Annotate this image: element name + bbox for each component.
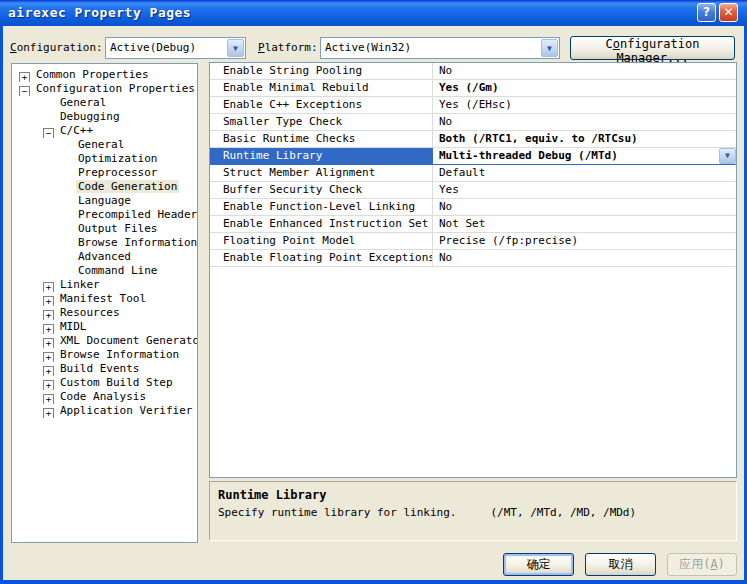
platform-value: Active(Win32): [325, 38, 411, 58]
configuration-select[interactable]: Active(Debug) ▼: [105, 37, 246, 59]
property-value[interactable]: Both (/RTC1, equiv. to /RTCsu): [433, 131, 736, 147]
property-row-enable-c-exceptions[interactable]: Enable C++ ExceptionsYes (/EHsc): [210, 97, 736, 114]
property-value[interactable]: Not Set: [433, 216, 736, 232]
close-button[interactable]: ✕: [719, 3, 738, 22]
configuration-manager-button[interactable]: Configuration Manager...: [570, 36, 735, 60]
tree-item-label: Language: [76, 194, 133, 207]
tree-item-c-c[interactable]: −C/C++: [12, 124, 197, 138]
expand-icon[interactable]: +: [43, 310, 54, 320]
tree-item-configuration-properties[interactable]: −Configuration Properties: [12, 82, 197, 96]
tree-item-code-generation[interactable]: Code Generation: [12, 180, 197, 194]
description-flags: (/MT, /MTd, /MD, /MDd): [490, 506, 636, 519]
property-value[interactable]: No: [433, 199, 736, 215]
tree-item-code-analysis[interactable]: +Code Analysis: [12, 390, 197, 404]
tree-item-xml-document-generator[interactable]: +XML Document Generator: [12, 334, 197, 348]
platform-select[interactable]: Active(Win32) ▼: [320, 37, 560, 59]
question-icon: ?: [703, 5, 710, 19]
tree-item-preprocessor[interactable]: Preprocessor: [12, 166, 197, 180]
property-name[interactable]: Smaller Type Check: [210, 114, 433, 130]
tree-panel[interactable]: +Common Properties−Configuration Propert…: [11, 63, 198, 543]
expand-icon[interactable]: +: [43, 408, 54, 418]
tree-item-language[interactable]: Language: [12, 194, 197, 208]
property-name[interactable]: Enable Minimal Rebuild: [210, 80, 433, 96]
expand-icon[interactable]: +: [43, 282, 54, 292]
property-row-smaller-type-check[interactable]: Smaller Type CheckNo: [210, 114, 736, 131]
property-name[interactable]: Enable String Pooling: [210, 63, 433, 79]
tree-item-manifest-tool[interactable]: +Manifest Tool: [12, 292, 197, 306]
tree-item-label: MIDL: [58, 320, 89, 333]
tree-item-general[interactable]: General: [12, 96, 197, 110]
tree-item-command-line[interactable]: Command Line: [12, 264, 197, 278]
property-name[interactable]: Floating Point Model: [210, 233, 433, 249]
expand-icon[interactable]: +: [19, 72, 30, 82]
property-value[interactable]: No: [433, 250, 736, 266]
tree-item-custom-build-step[interactable]: +Custom Build Step: [12, 376, 197, 390]
property-value[interactable]: Yes (/EHsc): [433, 97, 736, 113]
property-name[interactable]: Runtime Library: [210, 148, 433, 164]
tree-item-output-files[interactable]: Output Files: [12, 222, 197, 236]
help-button[interactable]: ?: [697, 3, 716, 22]
chevron-down-icon[interactable]: ▼: [227, 39, 244, 57]
property-grid[interactable]: Enable String PoolingNoEnable Minimal Re…: [209, 62, 737, 478]
titlebar[interactable]: airexec Property Pages ? ✕: [0, 0, 747, 26]
expand-icon[interactable]: +: [43, 394, 54, 404]
property-value[interactable]: Yes: [433, 182, 736, 198]
configuration-label: Configuration:: [10, 37, 103, 59]
property-row-runtime-library[interactable]: Runtime LibraryMulti-threaded Debug (/MT…: [210, 148, 736, 165]
property-row-enable-string-pooling[interactable]: Enable String PoolingNo: [210, 63, 736, 80]
property-name[interactable]: Enable Floating Point Exceptions: [210, 250, 433, 266]
property-name[interactable]: Enable Enhanced Instruction Set: [210, 216, 433, 232]
property-row-floating-point-model[interactable]: Floating Point ModelPrecise (/fp:precise…: [210, 233, 736, 250]
property-row-enable-floating-point-exceptions[interactable]: Enable Floating Point ExceptionsNo: [210, 250, 736, 267]
expand-icon[interactable]: +: [43, 338, 54, 348]
expand-icon[interactable]: +: [43, 380, 54, 390]
property-name[interactable]: Buffer Security Check: [210, 182, 433, 198]
tree-item-label: Manifest Tool: [58, 292, 148, 305]
expand-icon[interactable]: +: [43, 324, 54, 334]
property-value[interactable]: Precise (/fp:precise): [433, 233, 736, 249]
property-value[interactable]: Multi-threaded Debug (/MTd)▼: [433, 148, 736, 164]
property-row-buffer-security-check[interactable]: Buffer Security CheckYes: [210, 182, 736, 199]
tree-item-midl[interactable]: +MIDL: [12, 320, 197, 334]
tree-item-application-verifier[interactable]: +Application Verifier: [12, 404, 197, 418]
property-name[interactable]: Basic Runtime Checks: [210, 131, 433, 147]
tree-item-label: Common Properties: [34, 68, 151, 81]
tree-item-label: Debugging: [58, 110, 122, 123]
chevron-down-icon[interactable]: ▼: [719, 148, 736, 164]
tree-item-precompiled-headers[interactable]: Precompiled Headers: [12, 208, 197, 222]
tree-item-browse-information[interactable]: Browse Information: [12, 236, 197, 250]
chevron-down-icon[interactable]: ▼: [541, 39, 558, 57]
tree-item-resources[interactable]: +Resources: [12, 306, 197, 320]
tree-item-common-properties[interactable]: +Common Properties: [12, 68, 197, 82]
property-pages-dialog: airexec Property Pages ? ✕ Configuration…: [0, 0, 747, 584]
cancel-button[interactable]: 取消: [585, 553, 656, 576]
expand-icon[interactable]: +: [43, 366, 54, 376]
property-row-basic-runtime-checks[interactable]: Basic Runtime ChecksBoth (/RTC1, equiv. …: [210, 131, 736, 148]
tree-item-advanced[interactable]: Advanced: [12, 250, 197, 264]
tree-item-build-events[interactable]: +Build Events: [12, 362, 197, 376]
property-row-enable-enhanced-instruction-set[interactable]: Enable Enhanced Instruction SetNot Set: [210, 216, 736, 233]
tree-item-optimization[interactable]: Optimization: [12, 152, 197, 166]
expand-icon[interactable]: +: [43, 296, 54, 306]
property-value[interactable]: Default: [433, 165, 736, 181]
property-row-enable-function-level-linking[interactable]: Enable Function-Level LinkingNo: [210, 199, 736, 216]
property-row-struct-member-alignment[interactable]: Struct Member AlignmentDefault: [210, 165, 736, 182]
tree-item-general[interactable]: General: [12, 138, 197, 152]
property-value[interactable]: Yes (/Gm): [433, 80, 736, 96]
property-name[interactable]: Struct Member Alignment: [210, 165, 433, 181]
property-value[interactable]: No: [433, 63, 736, 79]
tree-item-linker[interactable]: +Linker: [12, 278, 197, 292]
tree-item-label: Precompiled Headers: [76, 208, 197, 221]
property-name[interactable]: Enable C++ Exceptions: [210, 97, 433, 113]
tree-item-label: Browse Information: [58, 348, 181, 361]
tree-item-debugging[interactable]: Debugging: [12, 110, 197, 124]
collapse-icon[interactable]: −: [43, 128, 54, 138]
expand-icon[interactable]: +: [43, 352, 54, 362]
property-name[interactable]: Enable Function-Level Linking: [210, 199, 433, 215]
tree-item-browse-information[interactable]: +Browse Information: [12, 348, 197, 362]
property-row-enable-minimal-rebuild[interactable]: Enable Minimal RebuildYes (/Gm): [210, 80, 736, 97]
property-value[interactable]: No: [433, 114, 736, 130]
collapse-icon[interactable]: −: [19, 86, 30, 96]
tree-item-label: Build Events: [58, 362, 141, 375]
ok-button[interactable]: 确定: [503, 553, 574, 576]
